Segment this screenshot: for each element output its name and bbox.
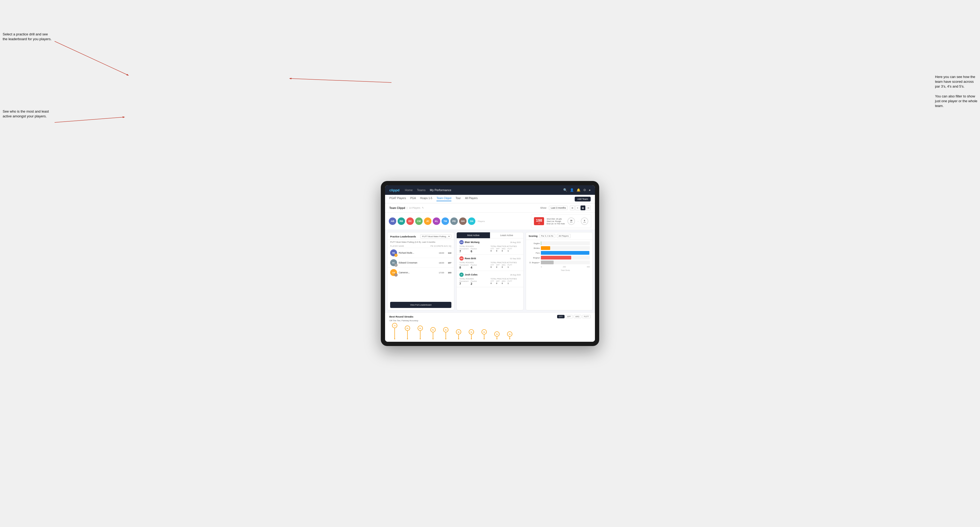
blair-name: Blair McHarg xyxy=(465,241,480,243)
annotation-bottom-left: See who is the most and leastactive amon… xyxy=(3,109,49,119)
streak-pin-7: 4x xyxy=(469,329,474,339)
streak-stem-2 xyxy=(407,331,408,338)
annotation-top-left: Select a practice drill and seethe leade… xyxy=(3,32,52,41)
streak-pin-6: 4x xyxy=(456,329,461,339)
most-active-tab[interactable]: Most Active xyxy=(457,232,490,238)
streaks-btn-putt[interactable]: PUTT xyxy=(582,315,591,318)
streak-dot-7 xyxy=(471,338,472,339)
rees-practice-act-row: OTT 0 APP 0 ARG 0 xyxy=(490,264,520,268)
pars-label: Pars xyxy=(529,252,540,254)
shot-dist-circles: 16 yds → 0 yds xyxy=(568,217,588,225)
player-avatar-8[interactable]: PD xyxy=(450,217,458,225)
team-header: Team Clippd | 14 Players ✎ Show: Last 3 … xyxy=(385,203,595,213)
navbar-links: Home Teams My Performance xyxy=(405,189,563,192)
profile-icon[interactable]: 👤 xyxy=(570,188,574,192)
col-avg: PB AVG SQ xyxy=(441,245,451,247)
table-row[interactable]: RB 1 Richard Butle... 19/20 110 xyxy=(387,248,454,258)
drill-dropdown[interactable]: PUTT Must Make Putting... ▾ xyxy=(420,235,451,238)
par-filter[interactable]: Par 3, 4 & 5s xyxy=(539,234,555,238)
end-lie: End Lie: In The Hole xyxy=(547,222,565,225)
streak-pin-1: 7x xyxy=(392,323,397,339)
subnav: PGAT Players PGA Hcaps 1-5 Team Clippd T… xyxy=(385,195,595,203)
player-avatar-3[interactable]: EC xyxy=(406,217,414,225)
edit-team-icon[interactable]: ✎ xyxy=(422,206,424,209)
subnav-pga[interactable]: PGA xyxy=(410,197,416,201)
player-avatar-4[interactable]: CM xyxy=(415,217,423,225)
axis-0: 0 xyxy=(541,266,542,268)
card-view-icon[interactable]: ▦ xyxy=(581,205,585,210)
streak-pin-5: 5x xyxy=(443,327,449,339)
blair-ott-val: 0 xyxy=(490,250,494,252)
dbogeys-row: D. Bogeys+ 131 xyxy=(529,260,590,264)
view-full-leaderboard-button[interactable]: View Full Leaderboard xyxy=(390,302,451,308)
nav-teams[interactable]: Teams xyxy=(417,189,426,192)
player-avatar-7[interactable]: TM xyxy=(442,217,449,225)
blair-app-val: 0 xyxy=(496,250,500,252)
search-icon[interactable]: 🔍 xyxy=(563,188,567,192)
player-avg-2: 107 xyxy=(448,262,451,264)
blair-putt-val: 1 xyxy=(508,250,512,252)
main-content: Team Clippd | 14 Players ✎ Show: Last 3 … xyxy=(385,203,595,342)
blair-practice-val: 6 xyxy=(471,250,477,253)
table-row[interactable]: EC 2 Edward Crossman 18/20 107 xyxy=(387,258,454,268)
scoring-chart: Eagles 3 Birdies 96 xyxy=(526,240,593,310)
players-row: AB RB EC CM JC KL TM PD GH SN Players xyxy=(389,217,485,225)
rees-tournament-val: 8 xyxy=(460,266,468,269)
streaks-title: Best Round Streaks xyxy=(389,315,413,318)
subnav-team-clippd[interactable]: Team Clippd xyxy=(436,197,451,201)
subnav-hcaps[interactable]: Hcaps 1-5 xyxy=(420,197,433,201)
team-controls: Show: Last 3 months ⊞ ≡ ▦ ⊟ xyxy=(540,205,591,210)
table-row[interactable]: CM 3 Cameron... 17/20 103 xyxy=(387,268,454,277)
nav-my-performance[interactable]: My Performance xyxy=(430,189,451,192)
player-filter[interactable]: All Players xyxy=(557,234,571,238)
bogeys-row: Bogeys 311 xyxy=(529,256,590,259)
player-avatar-1[interactable]: AB xyxy=(389,217,396,225)
streaks-btn-ott[interactable]: OTT xyxy=(557,315,565,318)
player-avatar-6[interactable]: KL xyxy=(433,217,440,225)
player-header-2: RB Rees Britt 02 Sep 2023 xyxy=(460,256,520,260)
streak-stem-5 xyxy=(445,332,446,338)
streaks-btn-arg[interactable]: ARG xyxy=(574,315,581,318)
player-avatar-5[interactable]: JC xyxy=(424,217,431,225)
rank-avatar-2: EC 2 xyxy=(390,259,397,266)
period-select[interactable]: Last 3 months xyxy=(549,206,568,210)
least-active-tab[interactable]: Least Active xyxy=(490,232,523,238)
streaks-btn-app[interactable]: APP xyxy=(565,315,573,318)
bell-icon[interactable]: 🔔 xyxy=(577,188,581,192)
table-view-icon[interactable]: ⊟ xyxy=(586,205,591,210)
bogeys-label: Bogeys xyxy=(529,257,540,259)
subnav-pgat[interactable]: PGAT Players xyxy=(389,197,406,201)
josh-practice-activities: Total Practice Activities OTT 0 APP 0 xyxy=(490,278,520,285)
user-avatar[interactable]: ● xyxy=(589,188,591,192)
streak-dot-1 xyxy=(394,338,395,339)
streak-pin-8: 4x xyxy=(482,329,487,339)
eagles-bar-container: 3 xyxy=(541,241,590,245)
leaderboard-subtitle: PUTT Must Make Putting (3-6 ft), Last 3 … xyxy=(387,240,454,244)
dropdown-chevron: ▾ xyxy=(449,235,450,238)
player-avatar-9[interactable]: GH xyxy=(459,217,466,225)
player-avatar-10[interactable]: SN xyxy=(468,217,476,225)
player-name-rees: RB Rees Britt xyxy=(460,256,476,260)
grid-view-icon[interactable]: ⊞ xyxy=(570,205,575,210)
leaderboard-header: PLAYER NAME PB SCORE PB AVG SQ xyxy=(387,244,454,248)
player-avg-3: 103 xyxy=(448,271,451,274)
silver-badge: 2 xyxy=(395,264,398,267)
gold-badge: 1 xyxy=(395,254,398,257)
tablet-shell: clippd Home Teams My Performance 🔍 👤 🔔 ⚙… xyxy=(381,181,599,346)
blair-practice-label: Practice xyxy=(471,248,477,250)
streak-label-8: 4x xyxy=(482,329,487,335)
subnav-all-players[interactable]: All Players xyxy=(465,197,477,201)
list-view-icon[interactable]: ≡ xyxy=(575,205,580,210)
nav-home[interactable]: Home xyxy=(405,189,412,192)
settings-icon[interactable]: ⚙ xyxy=(583,188,586,192)
streak-label-1: 7x xyxy=(392,323,397,328)
blair-practice-act-row: OTT 0 APP 0 ARG 0 xyxy=(490,248,520,252)
player-avatar-2[interactable]: RB xyxy=(398,217,405,225)
streak-label-10: 3x xyxy=(507,332,512,337)
add-team-button[interactable]: Add Team xyxy=(575,197,591,202)
josh-name: Josh Coles xyxy=(465,273,477,276)
subnav-tour[interactable]: Tour xyxy=(456,197,461,201)
streaks-section: Best Round Streaks OTT APP ARG PUTT Off … xyxy=(385,313,595,342)
streak-label-3: 6x xyxy=(418,325,423,331)
streak-label-5: 5x xyxy=(443,327,449,332)
